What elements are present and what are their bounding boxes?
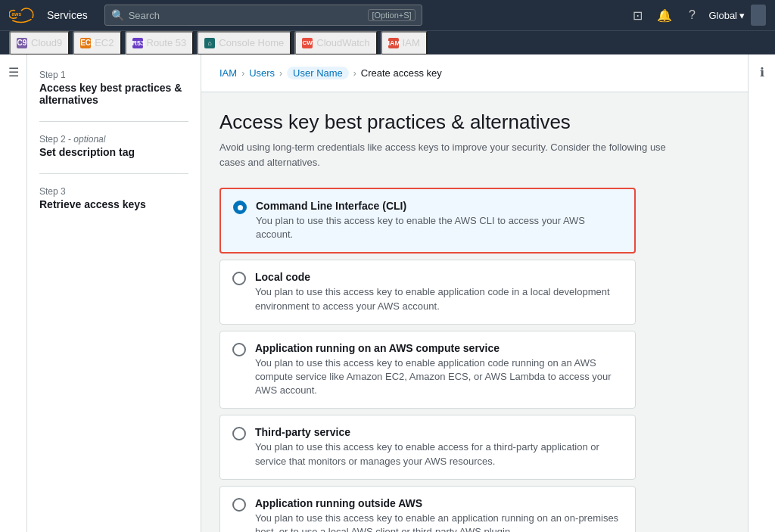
step-3-item: Step 3 Retrieve access keys (39, 186, 188, 210)
search-shortcut: [Option+S] (368, 9, 415, 21)
console-label: Console Home (219, 37, 284, 48)
option-third-party-title: Third-party service (255, 426, 623, 438)
option-cli-card[interactable]: Command Line Interface (CLI) You plan to… (219, 188, 636, 254)
option-third-party-text: Third-party service You plan to use this… (255, 426, 623, 468)
search-icon: 🔍 (111, 9, 124, 21)
step-2-main-label: Step 2 - (39, 134, 73, 145)
option-aws-compute-desc: You plan to use this access key to enabl… (255, 356, 623, 398)
sidebar-toggle-panel: ☰ (0, 54, 27, 532)
search-input[interactable] (129, 10, 364, 21)
option-third-party-card[interactable]: Third-party service You plan to use this… (219, 415, 636, 479)
shortcut-console-home[interactable]: ⌂ Console Home (197, 31, 291, 55)
shortcut-cloudwatch[interactable]: CW CloudWatch (294, 31, 377, 55)
option-outside-aws-desc: You plan to use this access key to enabl… (255, 512, 623, 532)
page-content: Access key best practices & alternatives… (201, 92, 748, 532)
step-divider-1 (39, 121, 188, 122)
option-cli-text: Command Line Interface (CLI) You plan to… (256, 200, 622, 241)
breadcrumb-create-key: Create access key (361, 67, 442, 79)
shortcut-cloud9[interactable]: C9 Cloud9 (9, 31, 70, 55)
main-content: IAM › Users › User Name › Create access … (201, 54, 748, 532)
shortcut-route53[interactable]: R53 Route 53 (125, 31, 195, 55)
option-outside-aws-card[interactable]: Application running outside AWS You plan… (219, 486, 636, 532)
main-layout: ☰ Step 1 Access key best practices & alt… (0, 54, 775, 532)
breadcrumb: IAM › Users › User Name › Create access … (219, 67, 730, 79)
page-subtitle: Avoid using long-term credentials like a… (219, 140, 674, 170)
aws-logo[interactable]: aws (9, 6, 36, 24)
content-area: Step 1 Access key best practices & alter… (27, 54, 775, 532)
option-aws-compute-title: Application running on an AWS compute se… (255, 342, 623, 354)
ec2-label: EC2 (95, 37, 114, 48)
step-2-title: Set description tag (39, 146, 188, 158)
option-local-code-radio (232, 272, 246, 285)
shortcut-iam[interactable]: IAM IAM (381, 31, 428, 55)
step-2-item: Step 2 - optional Set description tag (39, 134, 188, 158)
step-2-optional-label: optional (73, 134, 105, 145)
breadcrumb-sep-3: › (353, 68, 356, 79)
options-list: Command Line Interface (CLI) You plan to… (219, 188, 636, 532)
option-aws-compute-text: Application running on an AWS compute se… (255, 342, 623, 398)
iam-badge: IAM (388, 38, 399, 48)
option-cli-title: Command Line Interface (CLI) (256, 200, 622, 212)
breadcrumb-sep-2: › (279, 68, 282, 79)
step-2-label: Step 2 - optional (39, 134, 188, 145)
breadcrumb-users-link[interactable]: Users (249, 67, 275, 79)
services-button[interactable]: Services (42, 0, 92, 30)
option-local-code-desc: You plan to use this access key to enabl… (255, 285, 623, 313)
radio-inner-cli (238, 205, 243, 210)
terminal-icon-button[interactable]: ⊡ (627, 5, 648, 26)
step-3-label: Step 3 (39, 186, 188, 197)
option-local-code-card[interactable]: Local code You plan to use this access k… (219, 260, 636, 324)
iam-label: IAM (403, 37, 420, 48)
breadcrumb-username[interactable]: User Name (287, 67, 349, 79)
option-aws-compute-radio (232, 343, 246, 356)
breadcrumb-sep-1: › (241, 68, 244, 79)
option-local-code-title: Local code (255, 271, 623, 283)
nav-right: ⊡ 🔔 ? Global ▾ (627, 5, 766, 26)
shortcut-ec2[interactable]: EC2 EC2 (73, 31, 121, 55)
hamburger-button[interactable]: ☰ (5, 62, 22, 82)
step-divider-2 (39, 173, 188, 174)
page-main-title: Access key best practices & alternatives (219, 110, 730, 134)
cloudwatch-label: CloudWatch (316, 37, 369, 48)
option-cli-desc: You plan to use this access key to enabl… (256, 214, 622, 241)
page-header: IAM › Users › User Name › Create access … (201, 54, 748, 92)
right-info-panel: ℹ (748, 54, 775, 532)
option-outside-aws-title: Application running outside AWS (255, 497, 623, 509)
bell-icon-button[interactable]: 🔔 (654, 5, 675, 26)
shortcut-bar: C9 Cloud9 EC2 EC2 R53 Route 53 ⌂ Console… (0, 30, 775, 54)
global-label: Global (708, 10, 737, 21)
svg-text:aws: aws (12, 11, 22, 17)
option-aws-compute-card[interactable]: Application running on an AWS compute se… (219, 331, 636, 409)
steps-panel: Step 1 Access key best practices & alter… (27, 54, 201, 532)
option-cli-radio (233, 201, 247, 214)
info-button[interactable]: ℹ (757, 62, 767, 82)
step-3-title: Retrieve access keys (39, 198, 188, 210)
search-bar: 🔍 [Option+S] (104, 5, 422, 26)
cloud9-badge: C9 (17, 38, 27, 48)
ec2-badge: EC2 (80, 38, 91, 48)
option-third-party-desc: You plan to use this access key to enabl… (255, 440, 623, 468)
option-outside-aws-radio (232, 498, 246, 512)
breadcrumb-iam-link[interactable]: IAM (219, 67, 237, 79)
option-local-code-text: Local code You plan to use this access k… (255, 271, 623, 313)
step-1-title: Access key best practices & alternatives (39, 82, 188, 106)
global-region-button[interactable]: Global ▾ (708, 10, 745, 21)
cloudwatch-badge: CW (302, 38, 313, 48)
option-third-party-radio (232, 427, 246, 440)
console-badge: ⌂ (204, 38, 215, 48)
step-1-label: Step 1 (39, 70, 188, 80)
chevron-down-icon: ▾ (739, 10, 745, 21)
option-outside-aws-text: Application running outside AWS You plan… (255, 497, 623, 532)
help-icon-button[interactable]: ? (681, 5, 702, 26)
route53-label: Route 53 (147, 37, 187, 48)
top-navigation: aws Services 🔍 [Option+S] ⊡ 🔔 ? Global ▾ (0, 0, 775, 30)
cloud9-label: Cloud9 (31, 37, 62, 48)
step-1-item: Step 1 Access key best practices & alter… (39, 70, 188, 106)
account-button[interactable] (751, 5, 766, 26)
route53-badge: R53 (132, 38, 143, 48)
